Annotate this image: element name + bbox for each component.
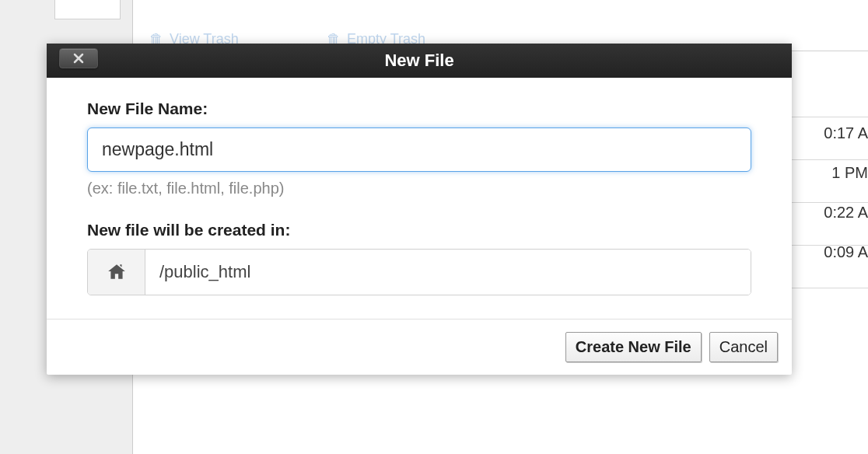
path-input[interactable]: [145, 250, 751, 295]
background-timestamps: 0:17 A 1 PM 0:22 A 0:09 A: [824, 124, 868, 283]
filename-hint: (ex: file.txt, file.html, file.php): [87, 180, 751, 197]
cancel-button[interactable]: Cancel: [709, 332, 778, 362]
close-button[interactable]: [59, 48, 98, 68]
home-icon: [107, 262, 127, 282]
filename-label: New File Name:: [87, 100, 751, 118]
home-addon[interactable]: [88, 250, 145, 295]
dialog-titlebar: New File: [47, 44, 792, 78]
create-new-file-button[interactable]: Create New File: [565, 332, 702, 362]
filename-input[interactable]: [87, 127, 751, 172]
path-row: [87, 249, 751, 295]
path-label: New file will be created in:: [87, 221, 751, 239]
dialog-footer: Create New File Cancel: [47, 319, 792, 375]
new-file-dialog: New File New File Name: (ex: file.txt, f…: [47, 44, 792, 375]
dialog-body: New File Name: (ex: file.txt, file.html,…: [47, 78, 792, 319]
dialog-title: New File: [384, 51, 453, 71]
background-tab: [54, 0, 121, 19]
close-icon: [73, 53, 84, 64]
